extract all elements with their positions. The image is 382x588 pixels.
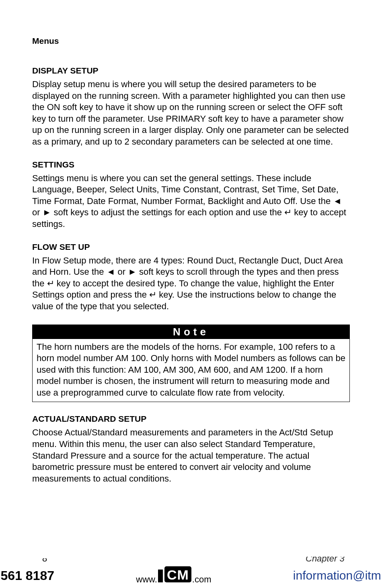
actual-standard-heading: ACTUAL/STANDARD SETUP	[32, 414, 350, 424]
display-setup-heading: DISPLAY SETUP	[32, 66, 350, 76]
note-header: Note	[33, 325, 349, 339]
note-box: Note The horn numbers are the models of …	[32, 325, 350, 402]
page-number-hint: 8	[42, 558, 47, 563]
logo-cm-box: CM	[164, 566, 191, 582]
logo-cm-text: CM	[167, 567, 189, 582]
page-title: Menus	[32, 36, 350, 46]
page-footer: ) 561 8187 www. CM .com information@itm.	[0, 566, 382, 588]
footer-www: www.	[136, 574, 157, 585]
note-body: The horn numbers are the models of the h…	[33, 339, 349, 402]
flow-setup-heading: FLOW SET UP	[32, 242, 350, 252]
document-page: Menus DISPLAY SETUP Display setup menu i…	[0, 0, 382, 484]
logo-i-icon	[158, 570, 163, 582]
footer-email: information@itm.	[293, 569, 382, 582]
flow-setup-body: In Flow Setup mode, there are 4 types: R…	[32, 255, 350, 312]
actual-standard-body: Choose Actual/Standard measurements and …	[32, 427, 350, 484]
footer-phone: ) 561 8187	[0, 568, 54, 583]
itm-logo: CM	[158, 566, 191, 582]
footer-website: www. CM .com	[136, 566, 211, 585]
footer-dotcom: .com	[192, 574, 212, 585]
settings-heading: SETTINGS	[32, 160, 350, 169]
chapter-hint: Chapter 3	[306, 557, 350, 563]
display-setup-body: Display setup menu is where you will set…	[32, 79, 350, 148]
settings-body: Settings menu is where you can set the g…	[32, 173, 350, 230]
